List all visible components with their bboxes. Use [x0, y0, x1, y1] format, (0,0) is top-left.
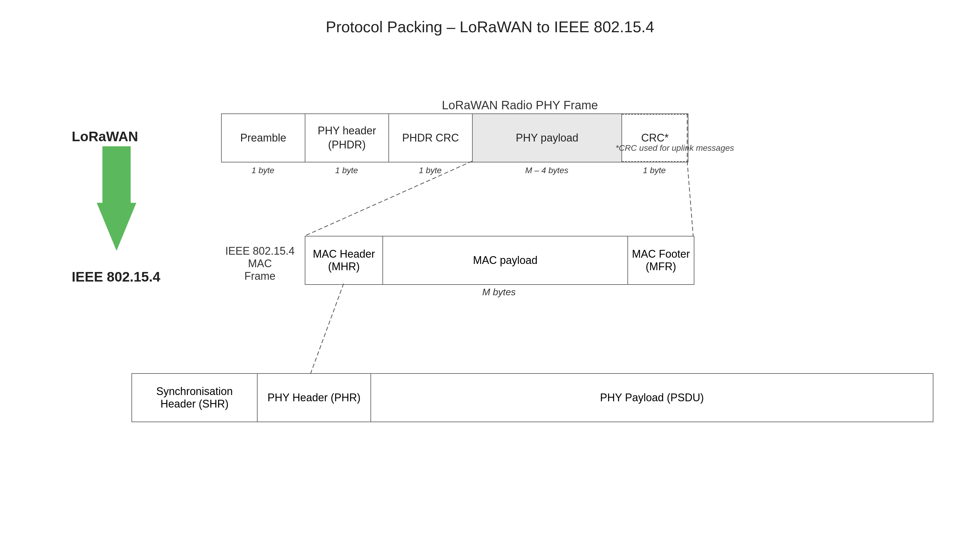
ieee-label: IEEE 802.15.4 — [72, 269, 161, 285]
mac-frame-label: IEEE 802.15.4 MACFrame — [221, 245, 299, 282]
main-container: Protocol Packing – LoRaWAN to IEEE 802.1… — [0, 0, 980, 541]
crc-note: *CRC used for uplink messages — [616, 143, 735, 153]
phy-header-cell: PHY header(PHDR) — [305, 114, 389, 162]
size-phy-payload: M – 4 bytes — [472, 166, 622, 175]
size-labels-row: 1 byte 1 byte 1 byte M – 4 bytes 1 byte — [221, 166, 687, 175]
diagram-area: LoRaWAN IEEE 802.15.4 LoRaWAN Radio PHY … — [72, 60, 908, 508]
size-preamble: 1 byte — [221, 166, 305, 175]
page-title: Protocol Packing – LoRaWAN to IEEE 802.1… — [326, 18, 654, 36]
mac-header-cell: MAC Header(MHR) — [305, 236, 383, 284]
phdr-crc-cell: PHDR CRC — [389, 114, 473, 162]
crc-cell: CRC* — [622, 114, 688, 162]
size-phdr-crc: 1 byte — [388, 166, 472, 175]
lorawan-frame: Preamble PHY header(PHDR) PHDR CRC PHY p… — [221, 113, 688, 162]
preamble-cell: Preamble — [222, 114, 305, 162]
psdu-cell: PHY Payload (PSDU) — [371, 374, 933, 422]
phr-cell: PHY Header (PHR) — [258, 374, 371, 422]
down-arrow-icon — [95, 146, 137, 251]
lorawan-label: LoRaWAN — [72, 129, 138, 144]
mac-frame: MAC Header(MHR) MAC payload MAC Footer(M… — [305, 236, 694, 285]
svg-marker-0 — [97, 146, 136, 251]
m-bytes-label: M bytes — [305, 287, 693, 298]
size-phy-header: 1 byte — [305, 166, 388, 175]
mac-payload-cell: MAC payload — [383, 236, 628, 284]
size-crc: 1 byte — [622, 166, 687, 175]
ieee-frame: SynchronisationHeader (SHR) PHY Header (… — [132, 373, 933, 422]
phy-payload-cell: PHY payload — [473, 114, 622, 162]
mac-footer-cell: MAC Footer(MFR) — [628, 236, 694, 284]
svg-line-2 — [687, 161, 693, 236]
shr-cell: SynchronisationHeader (SHR) — [132, 374, 258, 422]
lorawan-frame-label: LoRaWAN Radio PHY Frame — [281, 98, 759, 112]
